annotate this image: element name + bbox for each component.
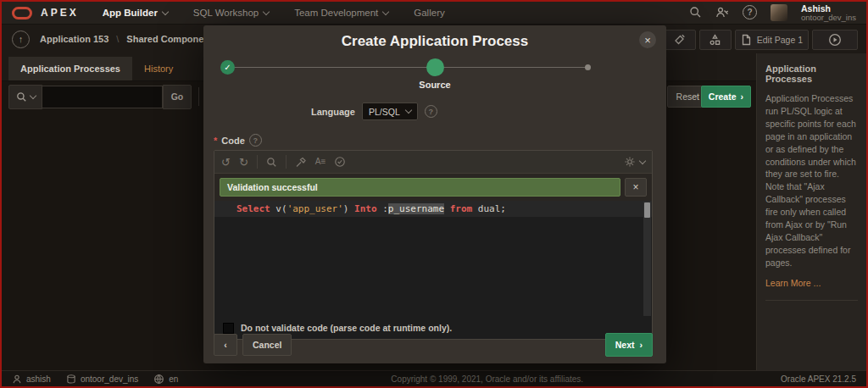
breadcrumb-separator: \ <box>116 34 119 44</box>
dialog-title: Create Application Process <box>203 25 666 50</box>
editor-settings-button[interactable] <box>624 156 645 168</box>
run-page-button[interactable] <box>812 30 858 50</box>
chevron-right-icon: › <box>640 340 643 350</box>
top-nav: APEX App Builder SQL Workshop Team Devel… <box>2 2 866 25</box>
go-button[interactable]: Go <box>163 85 192 109</box>
chevron-down-icon <box>263 8 270 14</box>
wizard-track <box>227 67 588 68</box>
create-button[interactable]: Create› <box>701 86 751 108</box>
nav-item-team-development[interactable]: Team Development <box>294 8 388 18</box>
cancel-button[interactable]: Cancel <box>242 334 292 356</box>
footer-database[interactable]: ontoor_dev_ins <box>66 374 138 385</box>
search-scope-button[interactable] <box>8 85 42 109</box>
oracle-logo-icon[interactable] <box>12 7 32 19</box>
code-text-area[interactable]: Select v('app_user') Into :p_username fr… <box>214 201 652 317</box>
edit-page-button[interactable]: Edit Page 1 <box>735 30 809 50</box>
code-editor: ↺ ↻ A≡ <box>214 150 653 340</box>
theme-roller-button[interactable] <box>664 30 696 50</box>
nav-item-gallery[interactable]: Gallery <box>414 8 444 18</box>
code-line: Select v('app_user') Into :p_username fr… <box>214 201 652 217</box>
footer-user-label: ashish <box>26 374 51 384</box>
divider <box>765 300 858 301</box>
wizard-step-completed-icon: ✓ <box>220 60 235 75</box>
nav-item-app-builder[interactable]: App Builder <box>103 8 168 18</box>
language-label: Language <box>311 107 355 117</box>
footer-database-label: ontoor_dev_ins <box>81 374 138 384</box>
divider <box>198 87 199 106</box>
footer-user[interactable]: ashish <box>12 374 51 385</box>
code-label: Code <box>221 136 245 146</box>
language-help-icon[interactable]: ? <box>425 105 437 118</box>
admin-icon[interactable] <box>715 6 729 19</box>
nav-item-sql-workshop[interactable]: SQL Workshop <box>193 8 269 18</box>
chevron-right-icon: › <box>741 91 744 102</box>
create-application-process-dialog: Create Application Process × ✓ Source La… <box>203 25 666 363</box>
user-info[interactable]: Ashish ontoor_dev_ins <box>801 3 856 23</box>
tab-application-processes[interactable]: Application Processes <box>8 57 132 80</box>
wizard-step-upcoming <box>585 64 591 70</box>
dialog-footer: ‹ Cancel Next› <box>203 326 666 363</box>
close-icon[interactable]: × <box>639 31 656 48</box>
wizard-progress: ✓ Source <box>203 55 666 96</box>
footer-language-label: en <box>169 374 178 384</box>
user-avatar[interactable] <box>771 4 787 21</box>
wizard-step-current <box>426 58 444 76</box>
edit-page-label: Edit Page 1 <box>757 35 803 45</box>
code-field: * Code ? ↺ ↻ A≡ <box>214 134 653 340</box>
editor-scrollbar[interactable] <box>643 202 651 316</box>
chevron-down-icon <box>29 91 36 98</box>
apex-screen: APEX App Builder SQL Workshop Team Devel… <box>0 0 868 388</box>
code-help-icon[interactable]: ? <box>249 134 262 147</box>
divider <box>257 155 258 169</box>
required-indicator: * <box>214 136 217 146</box>
breadcrumb-application[interactable]: Application 153 <box>40 34 108 44</box>
chevron-down-icon <box>162 8 169 14</box>
editor-toolbar: ↺ ↻ A≡ <box>214 151 652 174</box>
version-text: Oracle APEX 21.2.5 <box>781 374 856 384</box>
find-icon[interactable] <box>266 157 277 168</box>
divider <box>286 155 287 169</box>
user-workspace: ontoor_dev_ins <box>801 14 856 23</box>
learn-more-link[interactable]: Learn More ... <box>765 278 858 288</box>
next-button[interactable]: Next› <box>605 333 653 357</box>
footer-language[interactable]: en <box>153 374 178 385</box>
search-icon[interactable] <box>689 6 702 19</box>
wizard-step-label: Source <box>401 80 469 90</box>
language-field-row: Language PL/SQL ? <box>311 103 666 120</box>
case-icon[interactable]: A≡ <box>315 158 326 166</box>
shared-components-button[interactable] <box>699 30 732 50</box>
tab-history[interactable]: History <box>132 57 185 80</box>
chevron-down-icon <box>404 107 411 114</box>
search-input[interactable] <box>42 86 163 108</box>
undo-icon[interactable]: ↺ <box>221 157 231 168</box>
validation-success-banner: Validation successful <box>220 178 620 197</box>
help-sidebar: Application Processes Application Proces… <box>756 53 866 370</box>
user-name: Ashish <box>801 3 856 14</box>
chevron-down-icon <box>639 157 646 164</box>
help-icon[interactable]: ? <box>743 5 757 19</box>
validate-icon[interactable] <box>334 156 346 168</box>
validation-banner-row: Validation successful × <box>214 174 652 201</box>
apex-brand[interactable]: APEX <box>41 7 79 19</box>
language-select[interactable]: PL/SQL <box>362 103 418 120</box>
page-footer: ashish ontoor_dev_ins en Copyright © 199… <box>2 370 866 386</box>
scrollbar-thumb[interactable] <box>644 202 650 218</box>
sidebar-title: Application Processes <box>765 64 858 84</box>
sidebar-help-text: Application Processes run PL/SQL logic a… <box>765 92 858 269</box>
copyright-text: Copyright © 1999, 2021, Oracle and/or it… <box>193 374 781 384</box>
dismiss-banner-icon[interactable]: × <box>625 178 647 197</box>
redo-icon[interactable]: ↻ <box>239 157 248 168</box>
previous-step-button[interactable]: ‹ <box>214 334 237 356</box>
up-level-button[interactable]: ↑ <box>12 30 30 48</box>
autocomplete-icon[interactable] <box>295 157 307 168</box>
chevron-down-icon <box>382 8 389 14</box>
